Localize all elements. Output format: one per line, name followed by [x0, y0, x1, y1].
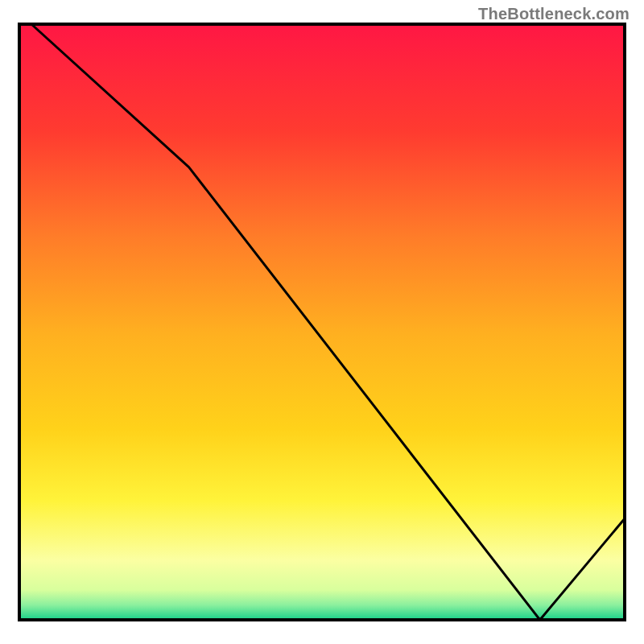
- chart-svg: [0, 0, 644, 644]
- plot-background: [19, 24, 625, 620]
- chart-container: { "attribution": "TheBottleneck.com", "a…: [0, 0, 644, 644]
- attribution-text: TheBottleneck.com: [478, 5, 630, 23]
